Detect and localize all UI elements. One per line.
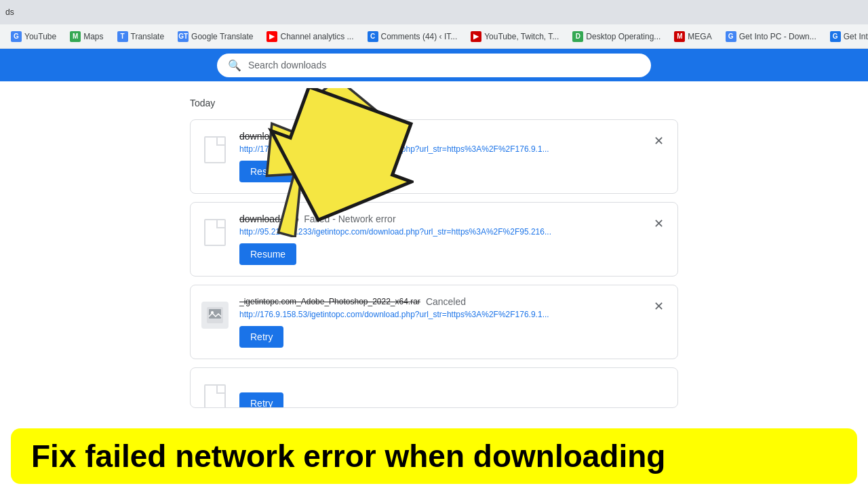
bookmark-mega-label: MEGA xyxy=(688,32,711,41)
svg-rect-1 xyxy=(209,309,221,319)
search-icon: 🔍 xyxy=(228,59,241,72)
bookmark-gipc1-label: Get Into PC - Down... xyxy=(739,32,816,41)
download-info-3: _igetintopc.com_Adobe_Photoshop_2022_x64… xyxy=(239,296,640,348)
filename-1: download.php xyxy=(239,131,298,142)
bm-google-icon: G xyxy=(11,31,22,42)
bookmark-google-translate-label: Google Translate xyxy=(191,32,253,41)
bm-mega-icon: M xyxy=(674,31,685,42)
url-1: http://176.9.158.53/igetintopc.com/downl… xyxy=(239,144,565,154)
file-icon-image-3 xyxy=(201,302,229,329)
file-icon-generic-4 xyxy=(204,384,226,408)
close-button-2[interactable]: ✕ xyxy=(651,214,667,234)
download-item-2: download.php Failed - Network error http… xyxy=(190,202,678,277)
bookmark-desktop-label: Desktop Operating... xyxy=(586,32,660,41)
bookmark-yt-twitch[interactable]: ▶ YouTube, Twitch, T... xyxy=(465,28,564,45)
bm-gipc1-icon: G xyxy=(726,31,736,42)
file-icon-generic-2 xyxy=(204,219,226,246)
url-2: http://95.216.22.233/igetintopc.com/down… xyxy=(239,227,565,237)
status-1: Failed - Network error xyxy=(304,131,395,142)
bookmark-desktop[interactable]: D Desktop Operating... xyxy=(567,28,666,45)
bookmark-maps-label: Maps xyxy=(83,32,103,41)
search-bar[interactable]: 🔍 Search downloads xyxy=(217,54,651,77)
bookmark-channel-analytics[interactable]: ▶ Channel analytics ... xyxy=(261,28,359,45)
status-2: Failed - Network error xyxy=(304,214,395,224)
file-icon-3 xyxy=(201,299,229,331)
downloads-page: Today download.php Failed - Network erro… xyxy=(0,81,868,488)
bm-comments-icon: C xyxy=(368,31,378,42)
filename-row-3: _igetintopc.com_Adobe_Photoshop_2022_x64… xyxy=(239,296,640,307)
download-info-2: download.php Failed - Network error http… xyxy=(239,214,640,265)
file-icon-generic-1 xyxy=(204,136,226,163)
download-info-1: download.php Failed - Network error http… xyxy=(239,131,640,182)
bookmark-youtube-label: YouTube xyxy=(24,32,56,41)
filename-row-1: download.php Failed - Network error xyxy=(239,131,640,142)
download-item-1: download.php Failed - Network error http… xyxy=(190,119,678,194)
download-info-4: Retry xyxy=(239,379,667,408)
url-3: http://176.9.158.53/igetintopc.com/downl… xyxy=(239,310,565,319)
bookmark-gipc1[interactable]: G Get Into PC - Down... xyxy=(720,28,822,45)
browser-window: ds G YouTube M Maps T Translate GT Googl… xyxy=(0,0,868,488)
resume-button-1[interactable]: Resume xyxy=(239,161,296,182)
bookmark-youtube[interactable]: G YouTube xyxy=(5,28,62,45)
bookmark-translate-label: Translate xyxy=(131,32,165,41)
bookmarks-bar: G YouTube M Maps T Translate GT Google T… xyxy=(0,24,868,49)
filename-row-2: download.php Failed - Network error xyxy=(239,214,640,224)
tab-label: ds xyxy=(5,7,14,17)
bm-translate-icon: T xyxy=(117,31,128,42)
filename-2: download.php xyxy=(239,214,298,224)
bookmark-gipc2-label: Get Into PC - Down... xyxy=(844,32,868,41)
bm-gipc2-icon: G xyxy=(830,31,841,42)
main-content: Today download.php Failed - Network erro… xyxy=(0,81,868,488)
file-icon-4 xyxy=(201,382,229,408)
tab-bar: ds xyxy=(0,0,868,24)
address-bar-row: 🔍 Search downloads xyxy=(0,49,868,81)
file-icon-2 xyxy=(201,216,229,249)
section-today: Today xyxy=(190,98,678,108)
bookmark-comments-label: Comments (44) ‹ IT... xyxy=(381,32,458,41)
retry-button-3[interactable]: Retry xyxy=(239,326,283,348)
bm-gt-icon: GT xyxy=(178,31,189,42)
resume-button-2[interactable]: Resume xyxy=(239,243,296,265)
bookmark-translate[interactable]: T Translate xyxy=(112,28,170,45)
bookmark-gipc2[interactable]: G Get Into PC - Down... xyxy=(825,28,868,45)
download-item-3: _igetintopc.com_Adobe_Photoshop_2022_x64… xyxy=(190,285,678,359)
caption-bar: Fix failed network error when downloadin… xyxy=(11,428,857,484)
search-input[interactable]: Search downloads xyxy=(248,60,640,70)
bookmark-yt-twitch-label: YouTube, Twitch, T... xyxy=(484,32,559,41)
bookmark-channel-analytics-label: Channel analytics ... xyxy=(280,32,353,41)
caption-text: Fix failed network error when downloadin… xyxy=(31,439,665,474)
bm-yt-icon: ▶ xyxy=(267,31,277,42)
bookmark-comments[interactable]: C Comments (44) ‹ IT... xyxy=(362,28,463,45)
close-button-3[interactable]: ✕ xyxy=(651,296,667,317)
bm-maps-icon: M xyxy=(70,31,81,42)
bookmark-google-translate[interactable]: GT Google Translate xyxy=(172,28,258,45)
file-icon-1 xyxy=(201,134,229,166)
retry-button-4[interactable]: Retry xyxy=(239,392,283,408)
bm-yttwitch-icon: ▶ xyxy=(471,31,481,42)
close-button-1[interactable]: ✕ xyxy=(651,131,667,151)
bookmark-mega[interactable]: M MEGA xyxy=(669,28,717,45)
download-item-4: Retry xyxy=(190,367,678,408)
bm-desktop-icon: D xyxy=(572,31,583,42)
status-3: Canceled xyxy=(426,296,466,307)
bookmark-maps[interactable]: M Maps xyxy=(64,28,108,45)
filename-3: _igetintopc.com_Adobe_Photoshop_2022_x64… xyxy=(239,297,420,306)
